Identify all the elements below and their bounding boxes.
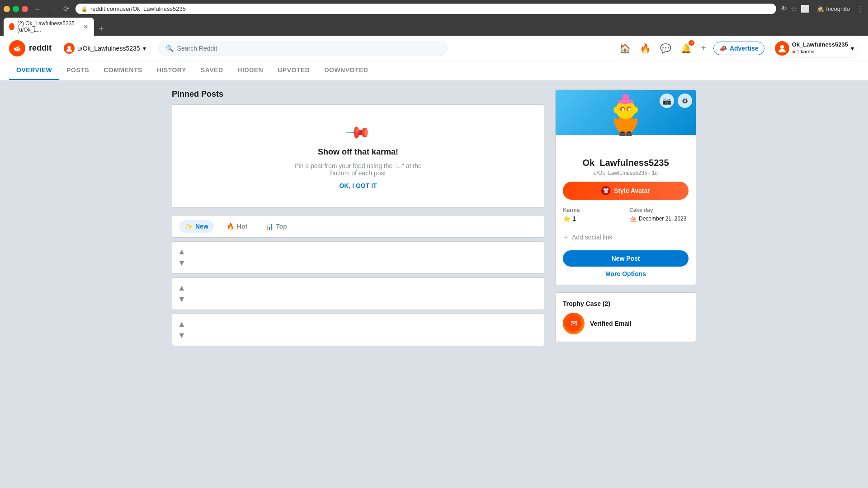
nav-item-downvoted[interactable]: DOWNVOTED: [317, 61, 375, 80]
add-social-link-button[interactable]: ＋ Add social link: [563, 230, 689, 245]
menu-icon: ⋮: [857, 5, 864, 13]
ok-got-it-link[interactable]: OK, I GOT IT: [339, 182, 377, 189]
nav-item-comments[interactable]: COMMENTS: [96, 61, 150, 80]
hot-tab-icon: 🔥: [226, 223, 234, 230]
more-options-link[interactable]: More Options: [605, 270, 646, 277]
tabs-bar: (2) Ok_Lawfulness5235 (u/Ok_L... ✕ +: [4, 18, 864, 36]
svg-point-10: [622, 108, 624, 111]
feed-tabs: ✨ New 🔥 Hot 📊 Top: [172, 215, 544, 238]
url-text: reddit.com/user/Ok_Lawfulness5235: [90, 5, 186, 12]
nav-item-upvoted[interactable]: UPVOTED: [270, 61, 317, 80]
browser-tab[interactable]: (2) Ok_Lawfulness5235 (u/Ok_L... ✕: [4, 18, 94, 36]
profile-banner: 📷 ⚙: [556, 90, 696, 135]
reddit-logo-text: reddit: [29, 43, 52, 53]
vote-column-3: ▲ ▼: [176, 318, 188, 342]
search-input[interactable]: [177, 45, 440, 52]
notification-button[interactable]: 🔔 2: [679, 41, 693, 56]
pinned-card-description: Pin a post from your feed using the "...…: [290, 162, 426, 177]
nav-item-overview[interactable]: OVERVIEW: [9, 61, 59, 80]
search-bar[interactable]: 🔍: [158, 41, 448, 56]
pin-icon: 📌: [344, 118, 372, 146]
svg-point-1: [67, 46, 71, 49]
minimize-button[interactable]: [4, 6, 10, 12]
post-item-1: ▲ ▼: [172, 241, 544, 274]
account-avatar: [775, 41, 789, 56]
advertise-button[interactable]: 📣 Advertise: [713, 42, 764, 55]
new-tab-button[interactable]: +: [95, 22, 108, 36]
upvote-button-3[interactable]: ▲: [178, 319, 186, 329]
profile-settings-button[interactable]: ⚙: [678, 94, 692, 108]
main-content: Pinned Posts 📌 Show off that karma! Pin …: [163, 80, 705, 359]
image-upload-icon: 📷: [662, 97, 671, 105]
incognito-indicator: 🕵 Incognito: [813, 5, 854, 13]
post-item-3: ▲ ▼: [172, 314, 544, 346]
profile-icon: ⬜: [801, 5, 810, 13]
downvote-button-3[interactable]: ▼: [178, 331, 186, 340]
trophy-icon-svg: ✉: [566, 315, 582, 332]
nav-item-saved[interactable]: SAVED: [193, 61, 231, 80]
close-button[interactable]: [22, 6, 28, 12]
header-actions: 🏠 🔥 💬 🔔 2 + 📣 Advertise Ok_Lawfulness523…: [618, 39, 859, 58]
address-bar[interactable]: 🔒 reddit.com/user/Ok_Lawfulness5235: [75, 4, 776, 14]
karma-stat: Karma ⭐ 1: [563, 207, 622, 222]
svg-text:✉: ✉: [571, 319, 577, 328]
nav-item-hidden[interactable]: HIDDEN: [231, 61, 271, 80]
search-icon: 🔍: [166, 45, 174, 52]
feed-tab-new[interactable]: ✨ New: [179, 220, 214, 233]
home-icon-button[interactable]: 🏠: [618, 41, 632, 56]
svg-point-12: [613, 107, 618, 113]
feed-tab-hot[interactable]: 🔥 Hot: [221, 220, 253, 233]
back-button[interactable]: ←: [32, 4, 44, 14]
browser-icons: 👁 ☆ ⬜ 🕵 Incognito ⋮: [780, 5, 864, 13]
popular-icon-button[interactable]: 🔥: [638, 41, 653, 56]
karma-dot-icon: ●: [792, 48, 796, 55]
forward-button[interactable]: →: [46, 4, 59, 14]
tab-favicon: [9, 23, 14, 30]
left-column: Pinned Posts 📌 Show off that karma! Pin …: [172, 89, 544, 350]
upvote-button-1[interactable]: ▲: [178, 247, 186, 257]
user-pill-username: u/Ok_Lawfulness5235: [77, 45, 140, 52]
pinned-card-title: Show off that karma!: [318, 147, 398, 157]
reddit-logo[interactable]: reddit: [9, 40, 52, 56]
star-icon: ☆: [791, 5, 797, 13]
nav-item-history[interactable]: HISTORY: [150, 61, 193, 80]
karma-display: Ok_Lawfulness5235 ● 1 karma: [792, 41, 848, 55]
profile-card: 📷 ⚙ Ok_Lawfulness5235 u/Ok_Lawfulness523…: [555, 89, 696, 285]
chat-icon-button[interactable]: 💬: [658, 41, 673, 56]
right-column: 📷 ⚙ Ok_Lawfulness5235 u/Ok_Lawfulness523…: [555, 89, 696, 350]
new-tab-icon: ✨: [185, 223, 193, 230]
svg-point-3: [780, 45, 784, 48]
trophy-icon: ✉: [563, 313, 585, 334]
browser-chrome: ← → ⟳ 🔒 reddit.com/user/Ok_Lawfulness523…: [0, 0, 868, 36]
browser-controls: ← → ⟳ 🔒 reddit.com/user/Ok_Lawfulness523…: [4, 4, 864, 14]
tab-close-button[interactable]: ✕: [83, 23, 89, 30]
plus-button[interactable]: +: [699, 41, 708, 55]
svg-point-11: [628, 108, 631, 111]
upvote-button-2[interactable]: ▲: [178, 283, 186, 293]
karma-stat-value: 1: [572, 215, 576, 222]
feed-tab-top[interactable]: 📊 Top: [260, 220, 292, 233]
user-pill-avatar: [64, 43, 75, 54]
karma-stat-icon: ⭐: [563, 215, 571, 222]
plus-icon: ＋: [563, 233, 569, 241]
maximize-button[interactable]: [13, 6, 19, 12]
trophy-case-title: Trophy Case (2): [563, 300, 689, 307]
new-post-button[interactable]: New Post: [563, 250, 689, 267]
incognito-icon: 🕵: [817, 5, 824, 12]
refresh-button[interactable]: ⟳: [61, 4, 72, 14]
svg-rect-7: [623, 94, 629, 103]
downvote-button-2[interactable]: ▼: [178, 295, 186, 304]
reddit-logo-icon: [9, 40, 25, 56]
style-avatar-button[interactable]: 👕 Style Avatar: [563, 182, 689, 200]
user-pill-chevron: ▾: [143, 45, 146, 52]
profile-nav: OVERVIEW POSTS COMMENTS HISTORY SAVED HI…: [0, 61, 868, 80]
eye-off-icon: 👁: [780, 5, 787, 13]
nav-buttons: ← → ⟳: [32, 4, 72, 14]
user-dropdown[interactable]: u/Ok_Lawfulness5235 ▾: [59, 41, 151, 56]
cake-icon: 🎂: [629, 215, 637, 222]
megaphone-icon: 📣: [719, 45, 727, 52]
user-account-pill[interactable]: Ok_Lawfulness5235 ● 1 karma ▾: [770, 39, 859, 58]
downvote-button-1[interactable]: ▼: [178, 258, 186, 268]
nav-item-posts[interactable]: POSTS: [59, 61, 96, 80]
edit-banner-button[interactable]: 📷: [660, 94, 674, 108]
